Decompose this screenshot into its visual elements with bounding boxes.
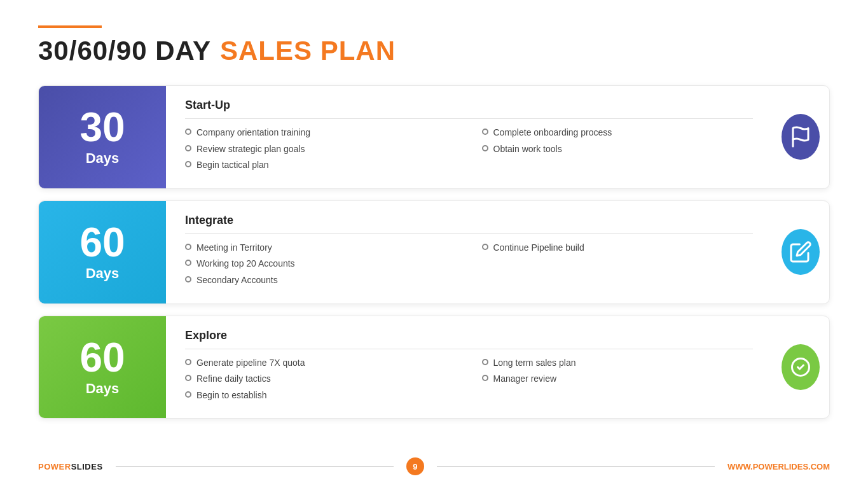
bullet [185, 391, 191, 398]
card-lists: Meeting in TerritoryWorking top 20 Accou… [185, 242, 753, 291]
left-list: Company orientation trainingReview strat… [185, 127, 457, 176]
bullet [482, 244, 488, 250]
days-label: Days [86, 380, 120, 397]
day-number: 30 [79, 107, 125, 148]
card-divider [185, 118, 753, 119]
bullet [185, 260, 191, 266]
list-item-text: Secondary Accounts [196, 274, 278, 287]
title-row: 30/60/90 DAY SALES PLAN [38, 36, 830, 66]
bullet [482, 359, 488, 365]
slide: 30/60/90 DAY SALES PLAN 30 Days Start-Up… [0, 0, 868, 488]
card-icon-block [772, 316, 829, 419]
bullet [482, 375, 488, 381]
list-item: Generate pipeline 7X quota [185, 357, 457, 370]
right-list: Continue Pipeline build [482, 242, 754, 291]
list-item-text: Begin to establish [196, 389, 267, 402]
card-number-block: 30 Days [39, 86, 166, 188]
list-item-text: Working top 20 Accounts [196, 258, 295, 270]
bullet [185, 244, 191, 250]
title-orange: SALES PLAN [220, 36, 396, 66]
right-list: Complete onboarding processObtain work t… [482, 127, 754, 176]
list-item: Secondary Accounts [185, 274, 457, 287]
footer-brand-rest: SLIDES [71, 462, 103, 471]
list-item-text: Complete onboarding process [493, 127, 612, 139]
bullet [185, 161, 191, 167]
list-item: Obtain work tools [482, 143, 754, 156]
list-item-text: Generate pipeline 7X quota [196, 357, 305, 370]
footer-url: WWW.POWERLIDES.COM [727, 462, 830, 471]
list-item-text: Manager review [493, 373, 557, 386]
bullet [185, 276, 191, 282]
card-60: 60 Days Integrate Meeting in TerritoryWo… [38, 200, 830, 304]
card-icon-block [772, 86, 829, 188]
list-item-text: Meeting in Territory [196, 242, 272, 254]
card-icon-block [772, 201, 829, 303]
footer-line-left [116, 466, 394, 467]
card-lists: Generate pipeline 7X quotaRefine daily t… [185, 357, 753, 406]
footer-line-right [437, 466, 715, 467]
day-number: 60 [79, 222, 125, 263]
card-number-block: 60 Days [39, 201, 166, 303]
header-bar [38, 25, 102, 28]
check-icon [782, 344, 820, 390]
card-content: Integrate Meeting in TerritoryWorking to… [166, 201, 772, 303]
bullet [482, 129, 488, 135]
list-item-text: Review strategic plan goals [196, 143, 305, 156]
list-item-text: Obtain work tools [493, 143, 562, 156]
day-number: 60 [79, 337, 125, 378]
card-divider [185, 349, 753, 349]
flag-icon [782, 114, 820, 160]
list-item: Long term sales plan [482, 357, 754, 370]
card-90: 60 Days Explore Generate pipeline 7X quo… [38, 316, 830, 419]
list-item: Refine daily tactics [185, 373, 457, 386]
bullet [185, 375, 191, 381]
list-item-text: Refine daily tactics [196, 373, 271, 386]
right-list: Long term sales planManager review [482, 357, 754, 406]
footer-brand-bold: POWER [38, 462, 71, 471]
card-content: Start-Up Company orientation trainingRev… [166, 86, 772, 188]
list-item: Complete onboarding process [482, 127, 754, 139]
card-30: 30 Days Start-Up Company orientation tra… [38, 85, 830, 189]
edit-icon [782, 229, 820, 275]
card-lists: Company orientation trainingReview strat… [185, 127, 753, 176]
cards-container: 30 Days Start-Up Company orientation tra… [38, 85, 830, 419]
footer: POWERSLIDES 9 WWW.POWERLIDES.COM [0, 457, 868, 475]
left-list: Meeting in TerritoryWorking top 20 Accou… [185, 242, 457, 291]
list-item-text: Company orientation training [196, 127, 310, 139]
title-black: 30/60/90 DAY [38, 36, 211, 66]
list-item-text: Long term sales plan [493, 357, 576, 370]
bullet [185, 145, 191, 151]
footer-brand: POWERSLIDES [38, 462, 103, 471]
days-label: Days [86, 265, 120, 282]
card-content: Explore Generate pipeline 7X quotaRefine… [166, 316, 772, 419]
days-label: Days [86, 150, 120, 167]
bullet [185, 129, 191, 135]
list-item: Meeting in Territory [185, 242, 457, 254]
list-item: Continue Pipeline build [482, 242, 754, 254]
section-title: Explore [185, 329, 753, 342]
list-item-text: Continue Pipeline build [493, 242, 584, 254]
bullet [185, 359, 191, 365]
list-item: Working top 20 Accounts [185, 258, 457, 270]
card-number-block: 60 Days [39, 316, 166, 419]
section-title: Integrate [185, 214, 753, 227]
bullet [482, 145, 488, 151]
list-item: Company orientation training [185, 127, 457, 139]
footer-page-number: 9 [406, 457, 424, 475]
list-item: Review strategic plan goals [185, 143, 457, 156]
list-item: Manager review [482, 373, 754, 386]
left-list: Generate pipeline 7X quotaRefine daily t… [185, 357, 457, 406]
list-item: Begin to establish [185, 389, 457, 402]
list-item-text: Begin tactical plan [196, 159, 269, 172]
list-item: Begin tactical plan [185, 159, 457, 172]
section-title: Start-Up [185, 99, 753, 112]
card-divider [185, 234, 753, 234]
